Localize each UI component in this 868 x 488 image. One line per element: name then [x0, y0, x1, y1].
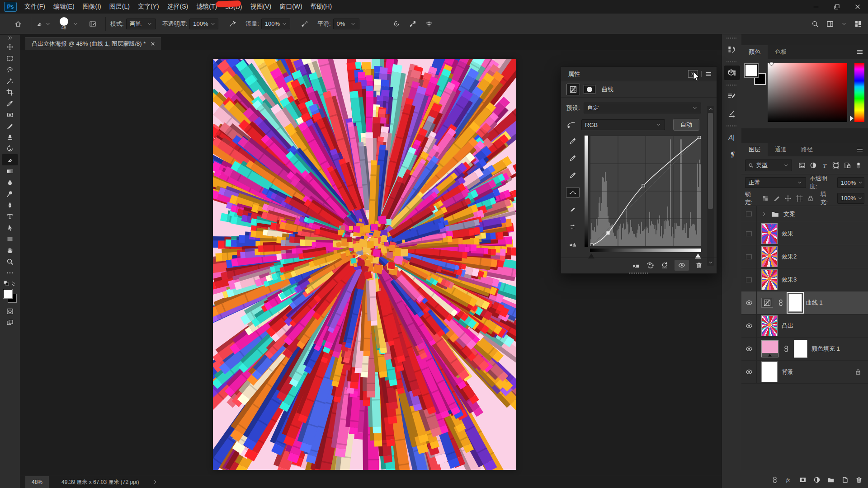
rectangular-marquee-tool[interactable]	[2, 52, 18, 64]
layer-mask-thumbnail[interactable]	[788, 294, 802, 312]
mode-select[interactable]: 画笔	[126, 19, 156, 29]
brush-preset-picker[interactable]: 48	[57, 17, 78, 30]
path-selection-tool[interactable]	[2, 222, 18, 233]
screen-mode-button[interactable]	[2, 317, 18, 328]
layer-style-icon[interactable]: fx	[785, 476, 793, 483]
panel-scrollbar[interactable]	[707, 106, 714, 266]
delete-adjustment-icon[interactable]	[695, 262, 703, 269]
tab-paths[interactable]: 路径	[794, 143, 820, 156]
white-point-eyedropper[interactable]	[566, 170, 580, 181]
menu-item-layer[interactable]: 图层(L)	[105, 0, 134, 14]
filter-smart-objects-icon[interactable]	[844, 162, 851, 169]
curves-adjustment-button[interactable]	[566, 84, 580, 95]
visibility-toggle[interactable]	[741, 291, 757, 314]
foreground-color-swatch[interactable]	[745, 64, 758, 77]
reset-adjustment-icon[interactable]	[661, 262, 668, 269]
layer-thumbnail[interactable]	[761, 246, 778, 267]
eraser-tool[interactable]	[2, 154, 18, 165]
spot-healing-brush-tool[interactable]	[2, 109, 18, 120]
menu-item-image[interactable]: 图像(I)	[79, 0, 105, 14]
restore-button[interactable]	[826, 0, 847, 14]
lasso-tool[interactable]	[2, 64, 18, 75]
smoothing-select[interactable]: 0%	[333, 19, 359, 29]
panel-menu-icon[interactable]	[856, 146, 863, 153]
layer-mask-thumbnail[interactable]	[794, 340, 807, 358]
filter-toggle-switch[interactable]	[855, 162, 862, 169]
menu-item-help[interactable]: 帮助(H)	[307, 0, 336, 14]
layer-thumbnail[interactable]	[761, 269, 778, 290]
dock-panel-character[interactable]: A|	[724, 130, 740, 144]
layer-row-group[interactable]: 文案	[741, 206, 868, 222]
magic-wand-tool[interactable]	[2, 75, 18, 86]
layer-thumbnail[interactable]	[761, 223, 778, 244]
layer-name[interactable]: 凸出	[782, 322, 793, 330]
blur-tool[interactable]	[2, 177, 18, 188]
search-icon[interactable]	[811, 20, 819, 28]
hue-strip[interactable]	[854, 63, 864, 122]
workspace-icon[interactable]	[826, 20, 834, 28]
dock-panel-history[interactable]	[724, 42, 740, 56]
preset-select[interactable]: 自定	[584, 103, 701, 113]
tab-channels[interactable]: 通道	[768, 143, 794, 156]
color-fill-thumbnail[interactable]	[761, 340, 778, 357]
filter-adjustment-layers-icon[interactable]	[810, 162, 817, 169]
pressure-size-button[interactable]	[405, 18, 421, 29]
lock-all-icon[interactable]	[807, 195, 814, 202]
mask-properties-button[interactable]	[584, 85, 595, 94]
dodge-tool[interactable]	[2, 188, 18, 199]
lock-position-icon[interactable]	[784, 195, 792, 202]
dock-grip[interactable]	[726, 84, 737, 86]
layer-row[interactable]: 颜色填充 1	[741, 338, 868, 361]
blend-mode-select[interactable]: 正常	[745, 177, 806, 188]
hue-slider[interactable]	[850, 116, 854, 121]
layer-name[interactable]: 效果2	[782, 253, 797, 261]
document-canvas[interactable]	[213, 59, 516, 470]
auto-button[interactable]: 自动	[673, 119, 699, 131]
visibility-toggle[interactable]	[741, 361, 757, 383]
dock-panel-paragraph[interactable]: ¶	[724, 147, 740, 161]
hand-tool[interactable]	[2, 244, 18, 256]
layer-name[interactable]: 效果3	[782, 276, 797, 284]
layer-row[interactable]: 效果	[741, 222, 868, 245]
layer-name[interactable]: 文案	[783, 210, 795, 218]
layer-name[interactable]: 曲线 1	[806, 299, 823, 307]
quick-mask-button[interactable]	[2, 305, 18, 317]
clip-to-layer-icon[interactable]	[632, 262, 640, 269]
black-point-eyedropper[interactable]	[566, 136, 580, 146]
lock-transparency-icon[interactable]	[762, 195, 769, 202]
channel-select[interactable]: RGB	[581, 119, 665, 130]
edit-points-tool[interactable]	[566, 187, 580, 198]
gray-point-eyedropper[interactable]	[566, 153, 580, 164]
chevron-down-icon[interactable]	[841, 21, 847, 27]
dock-grip[interactable]	[726, 125, 737, 127]
group-expand-icon[interactable]	[761, 211, 767, 217]
home-button[interactable]	[10, 18, 26, 29]
visibility-toggle[interactable]	[741, 314, 757, 337]
tab-color[interactable]: 颜色	[741, 45, 768, 59]
panel-menu-icon[interactable]	[705, 70, 712, 78]
toggle-visibility-button[interactable]	[675, 260, 689, 271]
dock-panel-brushes[interactable]	[724, 106, 740, 121]
brush-tool[interactable]	[2, 120, 18, 131]
layer-name[interactable]: 效果	[782, 230, 793, 238]
edit-toolbar-button[interactable]	[2, 267, 18, 278]
menu-item-select[interactable]: 选择(S)	[163, 0, 193, 14]
layer-row-background[interactable]: 背景	[741, 361, 868, 384]
layer-row[interactable]: 凸出	[741, 314, 868, 338]
tab-layers[interactable]: 图层	[741, 143, 768, 156]
new-layer-icon[interactable]	[841, 476, 849, 483]
symmetry-button[interactable]	[421, 18, 437, 29]
foreground-color-swatch[interactable]	[3, 289, 12, 298]
history-brush-tool[interactable]	[2, 143, 18, 154]
foreground-background-swatches[interactable]	[3, 289, 17, 303]
filter-pixel-layers-icon[interactable]	[798, 162, 806, 169]
scrollbar-thumb[interactable]	[708, 113, 713, 209]
horizontal-type-tool[interactable]	[2, 211, 18, 222]
menu-item-window[interactable]: 窗口(W)	[275, 0, 307, 14]
curve-plot[interactable]	[590, 136, 701, 246]
menu-item-type[interactable]: 文字(Y)	[134, 0, 163, 14]
lock-artboard-icon[interactable]	[796, 195, 803, 202]
layer-row[interactable]: 效果3	[741, 268, 868, 291]
saturation-brightness-field[interactable]	[768, 63, 847, 122]
fill-select[interactable]: 100%	[837, 193, 864, 204]
